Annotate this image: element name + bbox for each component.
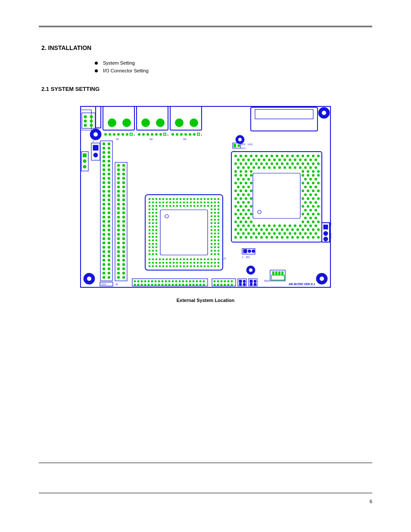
svg-rect-716 [324, 225, 328, 229]
svg-point-77 [108, 181, 110, 184]
svg-point-222 [190, 202, 192, 204]
svg-point-435 [234, 162, 237, 165]
svg-point-404 [245, 155, 247, 157]
svg-point-305 [187, 265, 189, 268]
svg-point-191 [156, 198, 158, 200]
svg-point-16 [121, 133, 124, 136]
svg-point-667 [199, 280, 202, 283]
svg-point-385 [218, 208, 220, 211]
svg-point-532 [302, 190, 304, 192]
svg-point-154 [122, 229, 125, 231]
svg-point-194 [166, 198, 168, 200]
svg-point-218 [176, 202, 178, 204]
svg-point-512 [240, 213, 242, 215]
svg-point-121 [108, 276, 110, 279]
svg-point-292 [214, 262, 216, 264]
svg-point-461 [283, 166, 286, 169]
svg-point-581 [304, 224, 307, 227]
svg-point-390 [218, 226, 220, 228]
svg-point-231 [149, 205, 151, 207]
svg-point-339 [152, 243, 154, 245]
svg-point-594 [286, 228, 289, 231]
svg-point-278 [166, 262, 168, 264]
svg-point-127 [117, 173, 120, 175]
svg-point-140 [122, 199, 125, 201]
svg-point-294 [149, 265, 151, 268]
svg-point-138 [122, 194, 125, 197]
svg-point-125 [117, 168, 120, 171]
svg-point-584 [234, 228, 237, 231]
svg-text:AR-B1550  VER:0.1: AR-B1550 VER:0.1 [289, 283, 315, 286]
svg-point-205 [204, 198, 206, 200]
svg-point-69 [108, 164, 110, 167]
svg-point-73 [108, 173, 110, 175]
svg-point-104 [103, 242, 105, 244]
svg-point-342 [152, 253, 154, 255]
svg-point-619 [245, 236, 247, 239]
svg-point-251 [218, 205, 220, 207]
svg-point-75 [108, 177, 110, 180]
svg-point-149 [117, 220, 120, 223]
svg-point-291 [211, 262, 213, 264]
svg-point-509 [242, 209, 245, 212]
svg-point-554 [307, 213, 309, 215]
svg-point-55 [93, 153, 98, 157]
svg-point-366 [211, 240, 213, 242]
svg-text:JP1: JP1 [246, 256, 250, 258]
svg-point-431 [299, 159, 302, 161]
svg-point-343 [156, 208, 158, 211]
svg-point-480 [237, 178, 240, 180]
svg-point-397 [218, 250, 220, 252]
svg-point-333 [152, 222, 154, 224]
svg-point-504 [234, 205, 237, 208]
svg-point-656 [162, 280, 164, 283]
svg-point-691 [214, 280, 216, 283]
svg-point-663 [186, 280, 188, 283]
svg-point-407 [260, 155, 263, 157]
svg-point-360 [211, 219, 213, 221]
svg-point-345 [156, 215, 158, 218]
svg-point-61 [108, 147, 110, 149]
svg-point-295 [152, 265, 154, 268]
svg-point-513 [245, 213, 247, 215]
svg-point-616 [314, 232, 317, 235]
svg-point-145 [117, 212, 120, 214]
svg-point-66 [103, 160, 105, 162]
svg-point-270 [211, 258, 213, 261]
svg-point-503 [247, 201, 250, 204]
svg-point-448 [302, 162, 304, 165]
svg-point-133 [117, 186, 120, 188]
svg-point-379 [214, 236, 216, 238]
svg-point-9 [156, 118, 165, 127]
svg-point-723 [93, 132, 98, 137]
svg-point-59 [108, 143, 110, 145]
svg-point-694 [224, 280, 226, 283]
svg-point-210 [149, 202, 151, 204]
svg-point-591 [271, 228, 273, 231]
svg-point-301 [173, 265, 175, 268]
svg-point-356 [156, 253, 158, 255]
svg-point-705 [243, 280, 246, 283]
svg-point-17 [126, 133, 128, 136]
svg-point-94 [103, 220, 105, 223]
svg-point-521 [317, 174, 320, 177]
svg-point-67 [108, 160, 110, 162]
svg-point-304 [183, 265, 185, 268]
svg-point-266 [197, 258, 199, 261]
svg-point-671 [141, 284, 143, 286]
svg-point-593 [281, 228, 283, 231]
svg-point-649 [137, 280, 140, 283]
svg-point-113 [108, 259, 110, 261]
svg-point-249 [211, 205, 213, 207]
svg-point-682 [179, 284, 181, 286]
svg-point-124 [122, 164, 125, 167]
svg-point-621 [255, 236, 258, 239]
svg-point-376 [214, 226, 216, 228]
svg-point-423 [258, 159, 260, 161]
svg-point-572 [258, 224, 260, 227]
svg-point-441 [265, 162, 268, 165]
svg-point-717 [324, 231, 328, 236]
svg-point-285 [190, 262, 192, 264]
svg-point-256 [162, 258, 165, 261]
svg-point-618 [240, 236, 242, 239]
